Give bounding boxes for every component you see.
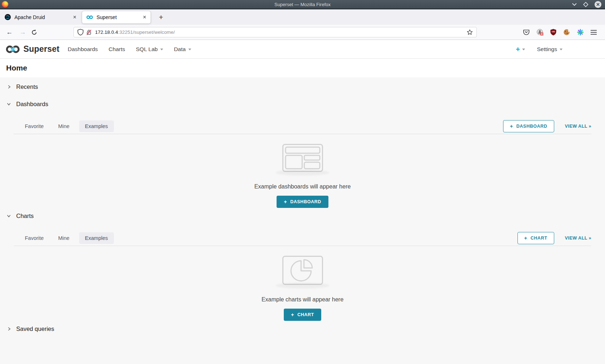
section-dashboards[interactable]: Dashboards — [0, 99, 605, 109]
empty-state-text: Example dashboards will appear here — [254, 183, 351, 190]
tab-mine[interactable]: Mine — [58, 123, 69, 129]
tab-close-icon[interactable]: × — [72, 14, 77, 20]
browser-tab-apache-druid[interactable]: Apache Druid × — [0, 11, 81, 24]
charts-filter-tabs: Favorite Mine Examples — [25, 232, 114, 244]
section-recents[interactable]: Recents — [0, 82, 605, 91]
dashboards-empty-state: Example dashboards will appear here + DA… — [0, 144, 605, 208]
ublock-icon[interactable]: UO — [550, 29, 556, 36]
window-minimize-icon[interactable] — [572, 3, 577, 6]
toolbar-extension-icons: UO — [523, 29, 597, 36]
section-charts[interactable]: Charts — [0, 211, 605, 220]
superset-logo[interactable]: Superset — [6, 44, 59, 54]
plus-icon: + — [524, 236, 528, 241]
menu-icon[interactable] — [591, 30, 597, 35]
druid-favicon — [5, 14, 11, 20]
button-label: DASHBOARD — [290, 199, 321, 204]
create-dashboard-button[interactable]: + DASHBOARD — [277, 196, 328, 208]
window-controls: ✕ — [572, 1, 601, 8]
charts-panel-row: Favorite Mine Examples + CHART VIEW ALL … — [14, 230, 591, 246]
nav-right: + Settings — [516, 46, 605, 53]
settings-label: Settings — [537, 46, 557, 53]
plus-icon: + — [510, 124, 513, 129]
brand-name: Superset — [23, 44, 59, 54]
superset-navbar: Superset Dashboards Charts SQL Lab Data … — [0, 40, 605, 59]
dashboards-panel-row: Favorite Mine Examples + DASHBOARD VIEW … — [14, 118, 591, 134]
charts-view-all-link[interactable]: VIEW ALL » — [565, 236, 591, 241]
empty-chart-icon — [282, 256, 323, 285]
icon-shadow — [275, 283, 330, 288]
section-title: Dashboards — [16, 101, 48, 108]
nav-item-label: Charts — [109, 46, 125, 53]
create-chart-button[interactable]: + CHART — [284, 309, 321, 321]
nav-item-dashboards[interactable]: Dashboards — [62, 46, 103, 53]
browser-tabbar: Apache Druid × Superset × + — [0, 9, 605, 25]
tab-examples-active[interactable]: Examples — [79, 120, 114, 132]
window-titlebar: Superset — Mozilla Firefox ✕ — [0, 0, 605, 9]
section-saved-queries[interactable]: Saved queries — [0, 324, 605, 333]
reload-button[interactable] — [31, 29, 37, 36]
section-title: Recents — [16, 83, 38, 90]
window-title: Superset — Mozilla Firefox — [0, 2, 605, 7]
section-title: Saved queries — [16, 326, 54, 332]
add-chart-button[interactable]: + CHART — [517, 232, 554, 244]
url-text[interactable]: 172.18.0.4:32251/superset/welcome/ — [95, 29, 467, 35]
nav-item-sql-lab[interactable]: SQL Lab — [130, 46, 169, 53]
forward-button: → — [19, 28, 27, 36]
dashboards-view-all-link[interactable]: VIEW ALL » — [565, 124, 591, 129]
chevron-down-icon[interactable] — [6, 214, 11, 218]
welcome-content: Recents Dashboards Favorite Mine Example… — [0, 77, 605, 363]
chevron-down-icon[interactable] — [6, 102, 11, 106]
chevron-right-icon[interactable] — [6, 85, 11, 89]
charts-empty-state: Example charts will appear here + CHART — [0, 256, 605, 321]
tab-favorite[interactable]: Favorite — [25, 235, 44, 241]
nav-item-label: Dashboards — [68, 46, 98, 53]
caret-down-icon — [560, 49, 563, 50]
button-label: CHART — [530, 236, 547, 241]
pocket-icon[interactable] — [523, 29, 530, 36]
bookmark-star-icon[interactable] — [467, 29, 473, 35]
extension-icon[interactable] — [537, 29, 543, 36]
nav-item-data[interactable]: Data — [169, 46, 197, 53]
new-tab-button[interactable]: + — [157, 13, 165, 22]
tab-title: Superset — [97, 14, 142, 20]
browser-tab-superset[interactable]: Superset × — [82, 11, 151, 24]
settings-dropdown[interactable]: Settings — [537, 46, 563, 53]
nav-item-charts[interactable]: Charts — [103, 46, 131, 53]
window-close-icon[interactable]: ✕ — [595, 1, 601, 8]
browser-toolbar: ← → 172.18.0.4:32251/superset/welcome/ — [0, 25, 605, 40]
tab-close-icon[interactable]: × — [142, 14, 147, 20]
new-item-dropdown[interactable]: + — [516, 46, 525, 53]
dashboards-filter-tabs: Favorite Mine Examples — [25, 120, 114, 132]
empty-dashboard-icon — [282, 144, 323, 172]
superset-logo-icon — [6, 45, 20, 54]
tab-examples-active[interactable]: Examples — [79, 232, 114, 244]
plus-icon: + — [284, 199, 287, 204]
plus-icon: + — [291, 312, 294, 317]
tab-title: Apache Druid — [14, 14, 72, 20]
container-icon[interactable] — [577, 29, 584, 36]
button-label: DASHBOARD — [516, 124, 547, 129]
shield-icon[interactable] — [77, 29, 84, 36]
chevron-right-icon[interactable] — [6, 327, 11, 331]
insecure-lock-icon[interactable] — [86, 29, 92, 36]
superset-favicon — [86, 15, 93, 19]
add-dashboard-button[interactable]: + DASHBOARD — [503, 120, 554, 132]
tab-favorite[interactable]: Favorite — [25, 123, 44, 129]
empty-state-text: Example charts will appear here — [261, 296, 344, 303]
window-maximize-icon[interactable] — [583, 2, 588, 7]
back-button[interactable]: ← — [5, 28, 13, 36]
icon-shadow — [275, 170, 330, 176]
nav-item-label: Data — [174, 46, 186, 53]
cookie-icon[interactable] — [563, 29, 570, 36]
section-title: Charts — [16, 213, 34, 219]
nav-menu: Dashboards Charts SQL Lab Data — [62, 46, 197, 53]
url-host: 172.18.0.4 — [95, 29, 118, 35]
svg-text:UO: UO — [552, 31, 555, 33]
dashboards-actions: + DASHBOARD VIEW ALL » — [503, 120, 591, 132]
caret-down-icon — [160, 49, 163, 50]
url-bar[interactable]: 172.18.0.4:32251/superset/welcome/ — [73, 27, 477, 37]
url-path: :32251/superset/welcome/ — [118, 29, 175, 35]
charts-actions: + CHART VIEW ALL » — [517, 232, 591, 244]
tab-mine[interactable]: Mine — [58, 235, 69, 241]
button-label: CHART — [297, 312, 314, 317]
